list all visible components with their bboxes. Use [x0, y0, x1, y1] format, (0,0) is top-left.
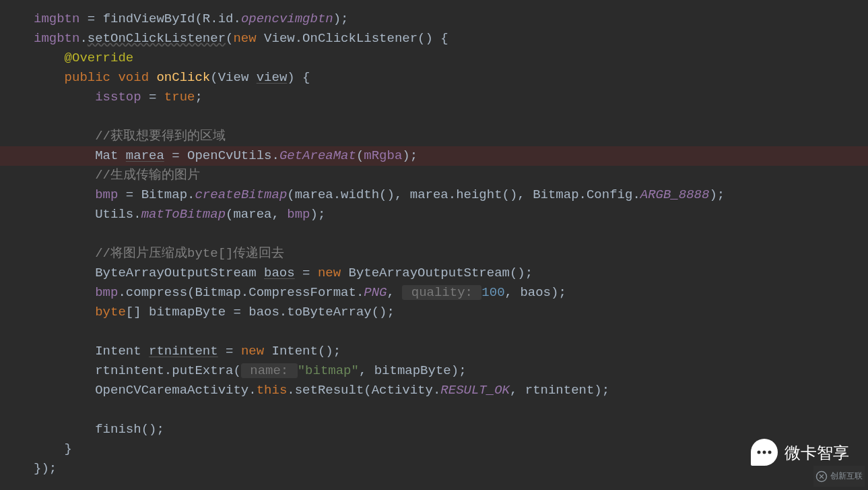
code-line[interactable]: public void onClick(View view) { [0, 68, 868, 88]
annotation-override: @Override [65, 51, 134, 65]
code-line[interactable] [0, 224, 868, 244]
field-ref: mRgba [364, 148, 402, 163]
comment: //将图片压缩成byte[]传递回去 [95, 246, 284, 261]
code-line[interactable] [0, 400, 868, 420]
wechat-icon [751, 439, 778, 466]
static-method: GetAreaMat [279, 148, 356, 163]
code-line[interactable]: //将图片压缩成byte[]传递回去 [0, 244, 868, 264]
number-literal: 100 [481, 285, 504, 300]
code-editor[interactable]: imgbtn = findViewById(R.id.opencvimgbtn)… [0, 0, 868, 479]
code-line[interactable]: @Override [0, 49, 868, 68]
code-line[interactable]: }); [0, 459, 868, 479]
static-field: PNG [364, 285, 387, 300]
keyword-new: new [318, 266, 349, 280]
code-line[interactable]: imgbtn = findViewById(R.id.opencvimgbtn)… [0, 9, 868, 29]
code-line[interactable]: bmp = Bitmap.createBitmap(marea.width(),… [0, 185, 868, 205]
code-line[interactable]: finish(); [0, 420, 868, 439]
static-method: createBitmap [195, 187, 287, 202]
code-line[interactable]: ByteArrayOutputStream baos = new ByteArr… [0, 264, 868, 283]
watermark-corner: 创新互联 [813, 466, 865, 487]
code-line[interactable] [0, 322, 868, 342]
keyword-this: this [257, 383, 288, 398]
code-line[interactable]: rtnintent.putExtra( name: "bitmap", bitm… [0, 361, 868, 381]
param-hint: name: [241, 363, 298, 378]
comment: //生成传输的图片 [95, 168, 200, 183]
watermark-text: 微卡智享 [784, 443, 849, 462]
code-line[interactable]: OpenCVCaremaActivity.this.setResult(Acti… [0, 381, 868, 400]
method-onclick: onClick [156, 70, 210, 85]
static-field: opencvimgbtn [241, 11, 333, 26]
static-field: ARGB_8888 [640, 187, 710, 202]
logo-icon [815, 470, 828, 483]
watermark-corner-text: 创新互联 [830, 466, 863, 486]
keyword-new: new [233, 31, 264, 46]
code-line[interactable]: } [0, 439, 868, 459]
keyword-byte: byte [95, 305, 126, 319]
static-field: RESULT_OK [440, 383, 510, 398]
param-hint: quality: [402, 285, 481, 300]
keyword-public: public [65, 70, 119, 85]
keyword-true: true [164, 90, 195, 104]
comment: //获取想要得到的区域 [95, 129, 226, 144]
code-line[interactable] [0, 107, 868, 127]
code-line[interactable]: //获取想要得到的区域 [0, 127, 868, 146]
field-ref: isstop [95, 90, 141, 104]
code-line[interactable]: //生成传输的图片 [0, 166, 868, 185]
code-line[interactable]: Utils.matToBitmap(marea, bmp); [0, 205, 868, 224]
field-ref: bmp [95, 187, 118, 202]
code-line[interactable]: bmp.compress(Bitmap.CompressFormat.PNG, … [0, 283, 868, 303]
keyword-void: void [118, 70, 156, 85]
code-line[interactable]: byte[] bitmapByte = baos.toByteArray(); [0, 303, 868, 322]
field-ref: imgbtn [34, 11, 79, 26]
code-line-highlighted[interactable]: Mat marea = OpenCvUtils.GetAreaMat(mRgba… [0, 146, 868, 166]
string-literal: "bitmap" [298, 363, 359, 378]
field-ref: bmp [287, 207, 310, 222]
keyword-new: new [241, 344, 272, 359]
watermark-wechat: 微卡智享 [751, 439, 849, 466]
static-method: matToBitmap [141, 207, 226, 222]
field-ref: imgbtn [34, 31, 79, 46]
code-line[interactable]: isstop = true; [0, 88, 868, 107]
code-line[interactable]: Intent rtnintent = new Intent(); [0, 342, 868, 361]
code-line[interactable]: imgbtn.setOnClickListener(new View.OnCli… [0, 29, 868, 49]
field-ref: bmp [95, 285, 118, 300]
